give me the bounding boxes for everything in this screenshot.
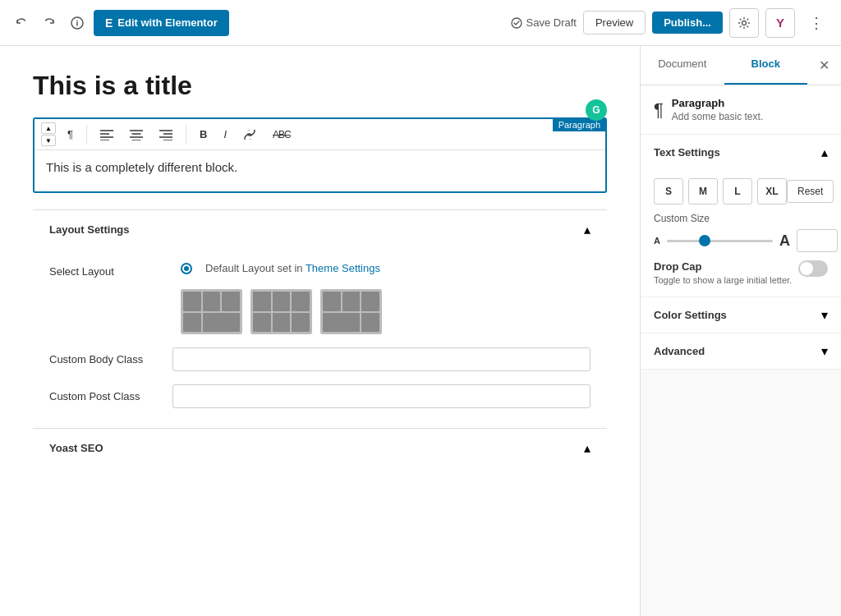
block-info: ¶ Paragraph Add some basic text. <box>641 85 841 135</box>
grammarly-badge: G <box>586 99 607 121</box>
advanced-title: Advanced <box>654 345 705 357</box>
select-layout-label: Select Layout <box>49 262 156 278</box>
layout-collapse-icon <box>584 222 591 237</box>
custom-post-class-label: Custom Post Class <box>49 390 156 402</box>
yoast-title: Yoast SEO <box>49 442 103 454</box>
size-buttons-row: S M L XL Reset <box>654 178 828 205</box>
tab-block[interactable]: Block <box>724 46 808 85</box>
size-small-label: A <box>654 236 660 246</box>
layout-option-2[interactable] <box>250 289 312 334</box>
sidebar-tabs: Document Block ✕ <box>641 46 841 85</box>
align-right-button[interactable] <box>153 125 179 145</box>
layout-option-1[interactable] <box>181 289 242 334</box>
settings-button[interactable] <box>729 8 759 38</box>
advanced-header[interactable]: Advanced <box>641 333 841 369</box>
size-m-button[interactable]: M <box>688 178 718 205</box>
layout-options <box>181 289 591 334</box>
align-center-button[interactable] <box>123 125 149 145</box>
layout-settings-header[interactable]: Layout Settings <box>33 210 607 249</box>
block-wrapper: Paragraph G ▲ ▼ ¶ <box>33 117 607 193</box>
custom-post-class-input[interactable] <box>172 384 591 408</box>
paragraph-type-button[interactable]: ¶ <box>61 124 80 145</box>
custom-body-class-label: Custom Body Class <box>49 353 156 365</box>
paragraph-icon: ¶ <box>654 99 664 121</box>
info-button[interactable] <box>66 11 89 34</box>
size-slider-row: A A <box>654 229 828 252</box>
default-layout-prefix: Default Layout set in <box>205 262 306 274</box>
preview-button[interactable]: Preview <box>583 11 646 34</box>
custom-size-slider[interactable] <box>667 240 773 242</box>
toolbar-separator <box>86 125 87 145</box>
block-mover: ▲ ▼ <box>41 122 56 146</box>
toolbar-separator-2 <box>186 125 186 145</box>
size-xl-button[interactable]: XL <box>757 178 787 205</box>
block-text[interactable]: This is a completely different block. <box>46 160 594 174</box>
editor-area: This is a title Paragraph G ▲ ▼ ¶ <box>0 46 640 616</box>
block-toolbar: ▲ ▼ ¶ B I <box>34 119 605 150</box>
advanced-section: Advanced <box>641 333 841 370</box>
color-settings-expand-icon <box>821 307 828 323</box>
publish-button[interactable]: Publish... <box>652 11 723 34</box>
layout-settings-body: Select Layout Default Layout set in Them… <box>33 249 607 428</box>
more-options-button[interactable]: ⋮ <box>802 8 831 38</box>
topbar-left: E Edit with Elementor <box>10 10 229 36</box>
size-buttons: S M L XL <box>654 178 787 205</box>
color-settings-header[interactable]: Color Settings <box>641 297 841 333</box>
redo-button[interactable] <box>38 11 61 34</box>
yoast-label: Y <box>776 16 784 30</box>
select-layout-row: Select Layout Default Layout set in Them… <box>49 262 591 334</box>
tab-document[interactable]: Document <box>641 46 724 85</box>
layout-settings-section: Layout Settings Select Layout Default La… <box>33 209 607 428</box>
custom-size-input[interactable] <box>797 229 838 252</box>
size-large-label: A <box>779 232 790 250</box>
text-settings-collapse-icon <box>821 145 828 160</box>
text-settings-header[interactable]: Text Settings <box>641 135 841 170</box>
select-layout-content: Default Layout set in Theme Settings <box>181 262 591 334</box>
link-button[interactable] <box>237 126 263 144</box>
text-settings-section: Text Settings S M L XL Reset Custom Size <box>641 135 841 297</box>
theme-settings-link[interactable]: Theme Settings <box>306 262 380 274</box>
drop-cap-info: Drop Cap Toggle to show a large initial … <box>654 260 792 285</box>
layout-radio-row: Default Layout set in Theme Settings <box>181 262 591 283</box>
color-settings-title: Color Settings <box>654 309 727 321</box>
custom-size-label: Custom Size <box>654 213 828 224</box>
save-draft-label: Save Draft <box>526 16 577 29</box>
advanced-expand-icon <box>821 343 828 359</box>
sidebar-close-button[interactable]: ✕ <box>807 46 841 85</box>
page-title: This is a title <box>33 71 607 101</box>
topbar: E Edit with Elementor Save Draft Preview… <box>0 0 841 46</box>
right-sidebar: Document Block ✕ ¶ Paragraph Add some ba… <box>640 46 841 616</box>
text-settings-title: Text Settings <box>654 146 720 159</box>
elementor-icon: E <box>105 16 113 30</box>
size-l-button[interactable]: L <box>723 178 752 205</box>
block-info-title: Paragraph <box>672 97 763 109</box>
main-layout: This is a title Paragraph G ▲ ▼ ¶ <box>0 46 841 616</box>
edit-with-elementor-button[interactable]: E Edit with Elementor <box>94 10 229 36</box>
move-down-button[interactable]: ▼ <box>41 135 56 146</box>
layout-settings-title: Layout Settings <box>49 223 130 236</box>
save-draft-button[interactable]: Save Draft <box>511 16 577 29</box>
custom-body-class-input[interactable] <box>172 347 591 371</box>
yoast-header[interactable]: Yoast SEO <box>33 429 607 467</box>
reset-button[interactable]: Reset <box>787 180 834 203</box>
drop-cap-description: Toggle to show a large initial letter. <box>654 275 792 285</box>
italic-button[interactable]: I <box>217 124 233 145</box>
color-settings-section: Color Settings <box>641 297 841 333</box>
undo-button[interactable] <box>10 11 33 34</box>
custom-post-class-row: Custom Post Class <box>49 384 591 408</box>
block-content: This is a completely different block. <box>34 150 605 191</box>
align-left-button[interactable] <box>94 125 120 145</box>
size-s-button[interactable]: S <box>654 178 683 205</box>
drop-cap-toggle[interactable] <box>798 260 828 277</box>
layout-option-3[interactable] <box>320 289 382 334</box>
block-info-description: Add some basic text. <box>672 111 763 122</box>
strikethrough-button[interactable]: ABC <box>266 125 297 145</box>
layout-radio[interactable] <box>181 263 192 274</box>
default-layout-text: Default Layout set in Theme Settings <box>205 262 380 274</box>
yoast-button[interactable]: Y <box>765 8 795 38</box>
drop-cap-label: Drop Cap <box>654 260 792 273</box>
bold-button[interactable]: B <box>193 124 214 145</box>
move-up-button[interactable]: ▲ <box>41 122 56 134</box>
svg-point-2 <box>76 20 78 21</box>
yoast-section: Yoast SEO <box>33 428 607 467</box>
